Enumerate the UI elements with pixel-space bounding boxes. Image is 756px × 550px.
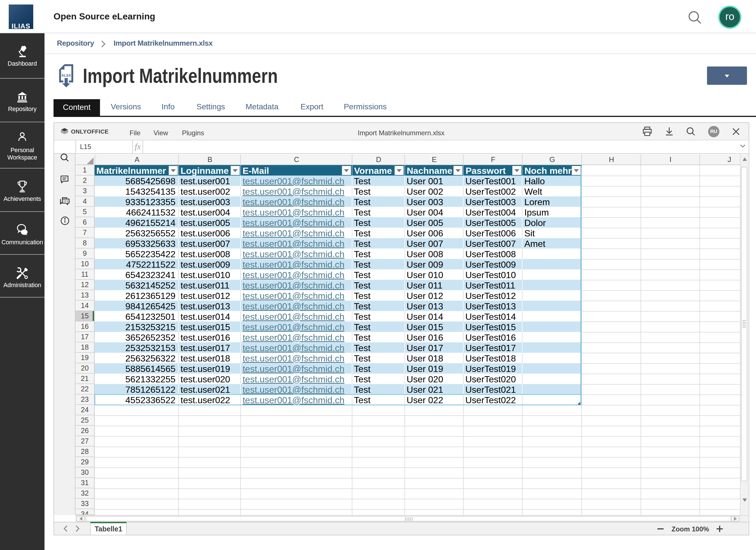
- svg-text:XLSX: XLSX: [61, 73, 71, 77]
